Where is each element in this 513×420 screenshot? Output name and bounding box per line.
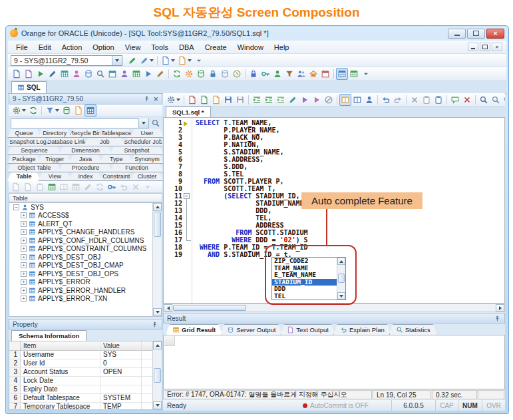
next-session-icon[interactable]: [176, 55, 193, 67]
tab-queue[interactable]: Queue: [7, 129, 41, 138]
tree-item-apply-dest-obj[interactable]: +APPLY$_DEST_OBJ: [9, 253, 162, 262]
property-pin-icon[interactable]: [151, 321, 158, 328]
code-line-4[interactable]: 4 P.NATION,: [164, 141, 504, 148]
db-lock-icon[interactable]: [207, 68, 219, 80]
mdi-minimize-button[interactable]: [468, 43, 478, 51]
tab-directory[interactable]: Directory: [38, 129, 71, 138]
tab-job[interactable]: Job: [85, 138, 126, 146]
tree-item-apply-change-handlers[interactable]: +APPLY$_CHANGE_HANDLERS: [9, 228, 162, 237]
obj-more-icon[interactable]: [142, 181, 154, 193]
tab-type[interactable]: Type: [100, 155, 133, 164]
tree-item-apply-dest-obj-cmap[interactable]: +APPLY$_DEST_OBJ_CMAP: [9, 262, 162, 270]
home-icon[interactable]: [307, 68, 319, 80]
comment-icon[interactable]: [449, 94, 461, 106]
tree-scroll-thumb[interactable]: [154, 212, 161, 237]
pin-icon[interactable]: [143, 95, 150, 103]
search-dropdown-icon[interactable]: [138, 118, 148, 128]
open-browser-icon[interactable]: [73, 105, 85, 116]
export-icon[interactable]: [195, 68, 207, 80]
tree-scrollbar[interactable]: [152, 203, 162, 316]
result-pin-icon[interactable]: [494, 315, 501, 322]
filter-icon[interactable]: [44, 105, 61, 116]
code-line-1[interactable]: 1SELECT T.TEAM_NAME,: [164, 119, 504, 126]
obj-open-icon[interactable]: [22, 181, 34, 193]
history-icon[interactable]: [231, 68, 243, 80]
tree-item-apply-error-handler[interactable]: +APPLY$_ERROR_HANDLER: [9, 286, 162, 295]
schedule-icon[interactable]: [106, 68, 118, 80]
property-row-username[interactable]: 1UsernameSYS: [9, 351, 162, 359]
expand-icon[interactable]: +: [21, 271, 27, 277]
tab-object-table[interactable]: Object Table: [7, 164, 61, 172]
property-row-temporary-tablespace[interactable]: 7Temporary TablespaceTEMP: [9, 403, 162, 410]
tab-user[interactable]: User: [130, 129, 164, 138]
menu-item-create[interactable]: Create: [200, 42, 232, 53]
expand-icon[interactable]: +: [21, 212, 27, 218]
menu-item-tools[interactable]: Tools: [146, 42, 174, 53]
obj-add-table-icon[interactable]: [46, 181, 58, 193]
obj-grant-icon[interactable]: [106, 181, 118, 193]
session-info-icon[interactable]: [363, 94, 375, 106]
obj-describe-icon[interactable]: [58, 181, 70, 193]
property-row-user-id[interactable]: 2User Id0: [9, 359, 162, 368]
tab-sequence[interactable]: Sequence: [7, 146, 61, 155]
tab-server-output[interactable]: Server Output: [220, 324, 282, 335]
outdent-icon[interactable]: [263, 94, 275, 106]
code-line-14[interactable]: 14 TEL,: [164, 214, 504, 222]
property-scroll-up-icon[interactable]: [153, 341, 162, 349]
script-run-icon[interactable]: [142, 68, 154, 80]
find-next-icon[interactable]: [490, 94, 502, 106]
tree-item-apply-constraint-columns[interactable]: +APPLY$_CONSTRAINT_COLUMNS: [9, 245, 162, 254]
close-button[interactable]: ✕: [486, 29, 504, 39]
connection-dropdown-icon[interactable]: [112, 56, 122, 65]
autocomplete-item-zip-code2[interactable]: ZIP_CODE2: [272, 258, 345, 265]
expand-icon[interactable]: +: [21, 262, 27, 268]
tab-tablespace[interactable]: Tablespace: [100, 129, 133, 138]
obj-drop-icon[interactable]: [130, 181, 142, 193]
db-monitor-icon[interactable]: [219, 68, 231, 80]
find-icon[interactable]: [478, 94, 490, 106]
menu-item-dba[interactable]: DBA: [174, 42, 200, 53]
fold-collapse-icon[interactable]: −: [184, 193, 190, 199]
cut-icon[interactable]: [409, 94, 421, 106]
tab-sql[interactable]: SQL: [11, 81, 47, 93]
tab-view[interactable]: View: [38, 172, 71, 181]
new-sql-icon[interactable]: [11, 68, 23, 80]
db-info-icon[interactable]: [83, 68, 94, 80]
expand-icon[interactable]: +: [21, 246, 27, 252]
tree-item-apply-error-txn[interactable]: +APPLY$_ERROR_TXN: [9, 295, 162, 304]
obj-script-icon[interactable]: [82, 181, 94, 193]
tab-database-link[interactable]: Database Link: [46, 138, 87, 146]
hscroll-left-icon[interactable]: [164, 304, 172, 312]
tab-java[interactable]: Java: [69, 155, 102, 164]
property-scrollbar[interactable]: [152, 341, 162, 409]
prev-session-icon[interactable]: [160, 55, 176, 67]
code-line-3[interactable]: 3 P.BACK_NO,: [164, 134, 504, 141]
menu-item-window[interactable]: Window: [232, 42, 269, 53]
code-line-16[interactable]: 16 FROM SCOTT.STADIUM: [164, 229, 504, 236]
clear-icon[interactable]: [461, 94, 473, 106]
tab-trigger[interactable]: Trigger: [38, 155, 71, 164]
format-lines-icon[interactable]: [275, 94, 287, 106]
obj-data-icon[interactable]: [70, 181, 82, 193]
undo-icon[interactable]: [380, 94, 392, 106]
obj-copy-icon[interactable]: [34, 181, 46, 193]
tab-sql1-sql[interactable]: SQL1.sql *: [166, 106, 211, 117]
restore-button[interactable]: [467, 29, 485, 39]
run-script-icon[interactable]: [35, 68, 47, 80]
tab-dimension[interactable]: Dimension: [59, 146, 112, 155]
expand-icon[interactable]: +: [21, 288, 27, 294]
paste-icon[interactable]: [432, 94, 444, 106]
tree-item-apply-conf-hdlr-columns[interactable]: +APPLY$_CONF_HDLR_COLUMNS: [9, 236, 162, 245]
tree-item-alert-qt[interactable]: +ALERT_QT: [9, 220, 162, 228]
mdi-restore-button[interactable]: [480, 43, 490, 51]
menu-item-option[interactable]: Option: [87, 42, 119, 53]
tab-text-output[interactable]: Text Output: [280, 324, 335, 335]
grid-alt-icon[interactable]: [348, 68, 360, 80]
save-all-icon[interactable]: [234, 94, 246, 106]
autocomplete-item-e-team-name[interactable]: E_TEAM_NAME: [272, 272, 345, 279]
tree-item-apply-error[interactable]: +APPLY$_ERROR: [9, 278, 162, 287]
menu-item-file[interactable]: File: [11, 42, 33, 53]
tab-statistics[interactable]: Statistics: [389, 324, 437, 335]
autocomplete-item-ddd[interactable]: DDD: [272, 286, 345, 293]
save-icon[interactable]: [222, 94, 234, 106]
